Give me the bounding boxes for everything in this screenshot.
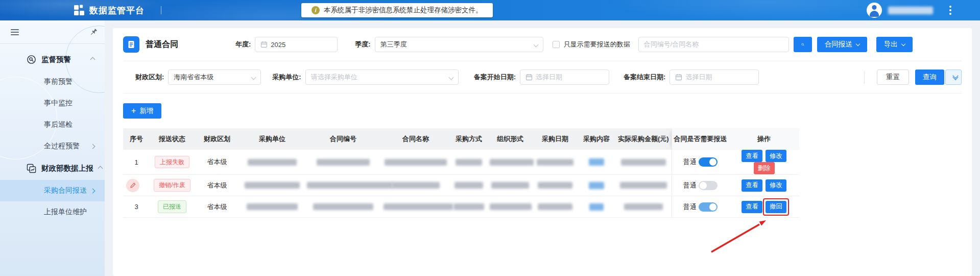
report-toggle[interactable] bbox=[699, 157, 718, 167]
report-toggle[interactable] bbox=[699, 181, 718, 190]
contract-report-button[interactable]: 合同报送 bbox=[817, 37, 867, 52]
redacted-cell bbox=[450, 150, 488, 175]
redacted-cell bbox=[381, 175, 450, 196]
redacted-cell bbox=[450, 175, 488, 196]
redacted-cell bbox=[533, 175, 578, 196]
action-button[interactable]: 删除 bbox=[754, 162, 775, 174]
column-header: 采购日期 bbox=[533, 128, 578, 150]
column-header: 组织形式 bbox=[488, 128, 533, 150]
chevron-down-icon bbox=[251, 75, 256, 80]
pin-icon[interactable] bbox=[89, 28, 98, 36]
reset-button[interactable]: 重置 bbox=[877, 70, 909, 85]
actions-cell: 查看撤回 bbox=[729, 196, 799, 218]
redacted-cell bbox=[488, 175, 533, 196]
content-card: 普通合同 年度: 2025 季度: 第三季度 bbox=[113, 28, 972, 276]
add-button[interactable]: + 新增 bbox=[123, 103, 161, 119]
redacted-cell bbox=[240, 150, 305, 175]
flag-label: 普通 bbox=[683, 157, 697, 167]
redacted-content bbox=[620, 182, 667, 189]
username-redacted bbox=[888, 7, 933, 14]
sidebar-item[interactable]: 事后巡检 bbox=[0, 114, 105, 135]
sidebar-group[interactable]: 财政部数据上报 bbox=[0, 157, 105, 180]
divider bbox=[864, 71, 865, 84]
redacted-content bbox=[621, 159, 666, 166]
redacted-cell bbox=[615, 196, 672, 218]
sidebar-item-label: 全过程预警 bbox=[44, 142, 80, 151]
redacted-content bbox=[589, 158, 604, 166]
redacted-cell bbox=[305, 175, 381, 196]
year-label: 年度: bbox=[235, 40, 251, 49]
report-toggle[interactable] bbox=[699, 202, 718, 212]
start-date-label: 备案开始日期: bbox=[474, 73, 516, 82]
more-menu-icon[interactable] bbox=[947, 4, 953, 17]
redacted-content bbox=[490, 203, 532, 210]
redacted-content bbox=[245, 182, 300, 189]
action-button[interactable]: 修改 bbox=[766, 150, 786, 162]
calendar-icon bbox=[675, 74, 682, 81]
sidebar-group[interactable]: 监督预警 bbox=[0, 48, 105, 71]
column-header: 采购方式 bbox=[450, 128, 488, 150]
actions-cell: 查看修改 bbox=[729, 175, 799, 196]
end-date-input[interactable]: 选择日期 bbox=[670, 70, 759, 85]
sidebar-group-label: 财政部数据上报 bbox=[41, 164, 93, 173]
sidebar-item-label: 事中监控 bbox=[44, 99, 73, 108]
action-button[interactable]: 修改 bbox=[766, 179, 786, 192]
sidebar-item[interactable]: 事前预警 bbox=[0, 71, 105, 93]
app-title: 数据监管平台 bbox=[89, 5, 145, 16]
redacted-content bbox=[589, 203, 604, 211]
expand-filters-button[interactable] bbox=[945, 70, 962, 85]
quarter-value: 第三季度 bbox=[380, 40, 407, 49]
column-header: 序号 bbox=[123, 128, 150, 150]
region-select[interactable]: 海南省省本级 bbox=[168, 70, 261, 85]
unit-label: 采购单位: bbox=[272, 73, 301, 82]
unit-select[interactable]: 请选择采购单位 bbox=[305, 70, 459, 85]
query-button[interactable]: 查询 bbox=[915, 70, 944, 85]
report-flag-cell: 普通 bbox=[672, 175, 729, 196]
redacted-cell bbox=[488, 196, 533, 218]
info-icon: i bbox=[312, 6, 320, 14]
row-index-cell: 2 bbox=[123, 175, 150, 196]
sidebar-item[interactable]: 事中监控 bbox=[0, 93, 105, 114]
export-button[interactable]: 导出 bbox=[876, 37, 913, 52]
quarter-select[interactable]: 第三季度 bbox=[375, 37, 543, 52]
redacted-cell bbox=[578, 175, 615, 196]
chevron-down-icon bbox=[901, 41, 905, 45]
user-avatar[interactable] bbox=[867, 3, 882, 18]
page-title: 普通合同 bbox=[146, 39, 178, 50]
redacted-content bbox=[453, 203, 484, 210]
sidebar-item[interactable]: 采购合同报送 bbox=[0, 180, 105, 201]
year-input[interactable]: 2025 bbox=[255, 37, 338, 52]
redacted-content bbox=[537, 159, 573, 166]
column-header: 操作 bbox=[729, 128, 799, 150]
redacted-content bbox=[589, 182, 604, 189]
redacted-content bbox=[313, 203, 373, 210]
action-button[interactable]: 撤回 bbox=[766, 201, 786, 213]
redacted-content bbox=[248, 159, 297, 166]
start-date-input[interactable]: 选择日期 bbox=[520, 70, 609, 85]
column-header: 财政区划 bbox=[195, 128, 240, 150]
sidebar-item[interactable]: 上报单位维护 bbox=[0, 201, 105, 223]
action-button[interactable]: 查看 bbox=[742, 201, 762, 213]
action-button[interactable]: 查看 bbox=[742, 150, 762, 162]
notice-text: 本系统属于非涉密信息系统禁止处理存储涉密文件。 bbox=[324, 6, 483, 15]
menu-collapse-icon[interactable] bbox=[9, 28, 20, 37]
redacted-cell bbox=[240, 196, 305, 218]
plus-icon: + bbox=[131, 107, 136, 115]
column-header: 合同编号 bbox=[305, 128, 381, 150]
sidebar-item[interactable]: 全过程预警 bbox=[0, 135, 105, 157]
report-flag-cell: 普通 bbox=[672, 150, 729, 175]
search-button[interactable] bbox=[794, 37, 812, 52]
redacted-content bbox=[538, 182, 572, 189]
contracts-table-zone: 序号报送状态财政区划采购单位合同编号合同名称采购方式组织形式采购日期采购内容实际… bbox=[123, 128, 962, 218]
only-report-checkbox[interactable] bbox=[553, 41, 560, 48]
contract-search-input[interactable]: 合同编号/合同名称 bbox=[638, 37, 789, 52]
chevron-right-icon bbox=[90, 144, 95, 149]
contract-doc-icon bbox=[123, 36, 139, 53]
redacted-content bbox=[490, 159, 534, 166]
action-button[interactable]: 查看 bbox=[742, 179, 762, 192]
redacted-cell bbox=[381, 150, 450, 175]
redacted-content bbox=[491, 182, 529, 189]
redacted-cell bbox=[578, 196, 615, 218]
redacted-content bbox=[392, 182, 440, 189]
redacted-content bbox=[624, 203, 663, 210]
